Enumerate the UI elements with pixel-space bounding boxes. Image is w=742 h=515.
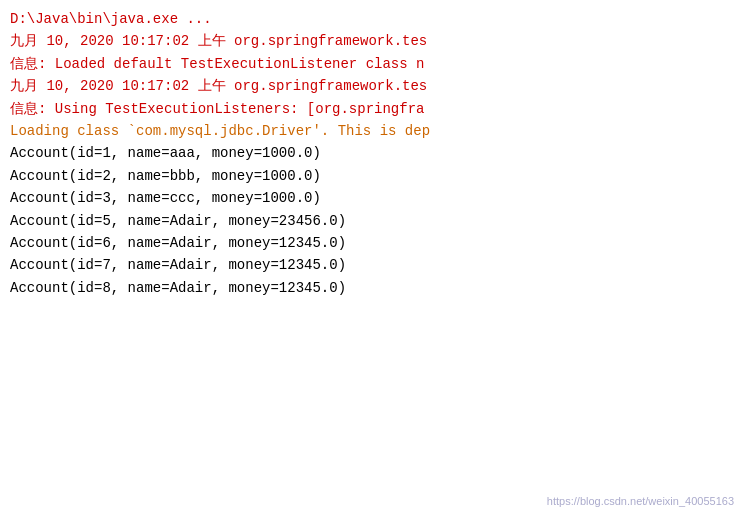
watermark: https://blog.csdn.net/weixin_40055163 (547, 495, 734, 507)
log-line: Account(id=5, name=Adair, money=23456.0) (10, 210, 732, 232)
log-line: D:\Java\bin\java.exe ... (10, 8, 732, 30)
log-line: 信息: Loaded default TestExecutionListener… (10, 53, 732, 75)
log-line: 信息: Using TestExecutionListeners: [org.s… (10, 98, 732, 120)
log-line: 九月 10, 2020 10:17:02 上午 org.springframew… (10, 75, 732, 97)
console-output: D:\Java\bin\java.exe ...九月 10, 2020 10:1… (0, 0, 742, 515)
log-line: Account(id=1, name=aaa, money=1000.0) (10, 142, 732, 164)
log-line: 九月 10, 2020 10:17:02 上午 org.springframew… (10, 30, 732, 52)
log-line: Account(id=3, name=ccc, money=1000.0) (10, 187, 732, 209)
log-line: Account(id=8, name=Adair, money=12345.0) (10, 277, 732, 299)
log-line: Loading class `com.mysql.jdbc.Driver'. T… (10, 120, 732, 142)
log-line: Account(id=7, name=Adair, money=12345.0) (10, 254, 732, 276)
log-line: Account(id=2, name=bbb, money=1000.0) (10, 165, 732, 187)
log-line: Account(id=6, name=Adair, money=12345.0) (10, 232, 732, 254)
